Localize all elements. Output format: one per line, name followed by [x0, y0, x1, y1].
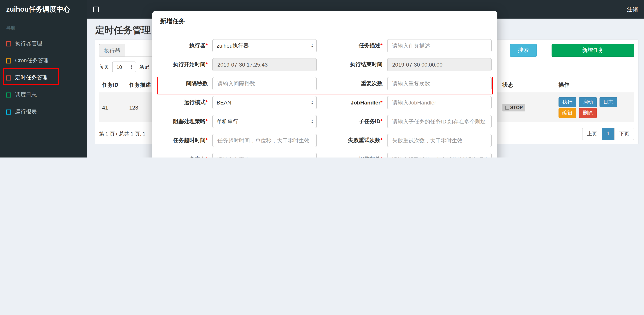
repeat-input[interactable] [387, 77, 492, 90]
jobhandler-input[interactable] [387, 96, 492, 109]
timeout-label: 任务超时时间* [158, 137, 212, 144]
task-desc-input[interactable] [387, 39, 492, 52]
pagination-summary: 第 1 页 ( 总共 1 页, 1 [99, 130, 146, 137]
end-time-input[interactable] [387, 58, 492, 71]
square-icon [505, 106, 509, 110]
interval-input[interactable] [212, 77, 317, 90]
owner-input[interactable] [212, 153, 317, 158]
owner-label: 负责人* [158, 156, 212, 158]
edit-button[interactable]: 编辑 [558, 108, 576, 118]
prev-page-button[interactable]: 上页 [582, 128, 602, 140]
square-icon [6, 75, 11, 80]
square-icon [6, 58, 11, 63]
sidebar-item-cron-task[interactable]: Cron任务管理 [0, 52, 87, 69]
next-page-button[interactable]: 下页 [614, 128, 634, 140]
toggle-square-icon [93, 7, 99, 12]
app-root: zuihou任务调度中心 注销 导航 执行器管理 Cron任务管理 定时任务管理… [0, 0, 644, 158]
status-badge: STOP [502, 104, 526, 111]
alarm-email-input[interactable] [387, 153, 492, 158]
interval-label: 间隔秒数 [158, 80, 212, 87]
sidebar-item-timed-task[interactable]: 定时任务管理 [0, 69, 87, 86]
sidebar: 导航 执行器管理 Cron任务管理 定时任务管理 调度日志 运行报表 [0, 19, 87, 158]
modal-body: 执行器* zuihou执行器 ▲▼ 任务描述* 执行开始时间* 执行结束时间 间… [152, 32, 498, 158]
executor-select-wrap: zuihou执行器 ▲▼ [212, 39, 317, 52]
col-header-status: 状态 [499, 78, 556, 93]
col-header-task-id: 任务ID [99, 78, 126, 93]
alarm-email-label: 报警邮件* [317, 156, 387, 158]
sidebar-header: 导航 [0, 19, 87, 35]
start-button[interactable]: 启动 [579, 97, 597, 107]
add-task-button[interactable]: 新增任务 [552, 44, 634, 57]
executor-filter-label: 执行器 [99, 44, 125, 57]
filter-buttons: 搜索 新增任务 [510, 44, 634, 57]
square-icon [6, 92, 11, 97]
retry-label: 失败重试次数* [317, 137, 387, 144]
log-button[interactable]: 日志 [600, 97, 617, 107]
run-mode-label: 运行模式* [158, 99, 212, 106]
delete-button[interactable]: 删除 [579, 108, 597, 118]
child-task-input[interactable] [387, 115, 492, 128]
square-icon [6, 109, 11, 114]
retry-input[interactable] [387, 134, 492, 147]
per-page-label: 每页 [99, 64, 109, 70]
form-row-timeout-retry: 任务超时时间* 失败重试次数* [158, 134, 492, 147]
sidebar-item-label: 定时任务管理 [15, 74, 48, 81]
executor-select[interactable]: zuihou执行器 [212, 39, 317, 52]
task-desc-label: 任务描述* [317, 42, 387, 49]
timeout-input[interactable] [212, 134, 317, 147]
pagination: 上页 1 下页 [582, 128, 634, 140]
form-row-block-child: 阻塞处理策略* 单机串行 ▲▼ 子任务ID* [158, 115, 492, 128]
sidebar-toggle[interactable] [93, 0, 99, 19]
search-button[interactable]: 搜索 [510, 44, 537, 57]
executor-label: 执行器* [158, 42, 212, 49]
form-row-executor-desc: 执行器* zuihou执行器 ▲▼ 任务描述* [158, 39, 492, 52]
per-page-select[interactable]: 10 [112, 62, 136, 72]
add-task-modal: 新增任务 执行器* zuihou执行器 ▲▼ 任务描述* 执行开始时间* 执行结… [152, 11, 498, 158]
sidebar-item-run-report[interactable]: 运行报表 [0, 103, 87, 120]
run-mode-select-wrap: BEAN ▲▼ [212, 96, 317, 109]
sidebar-item-label: 运行报表 [15, 108, 37, 115]
col-header-actions: 操作 [556, 78, 634, 93]
start-time-input[interactable] [212, 58, 317, 71]
sidebar-item-label: Cron任务管理 [15, 57, 48, 64]
jobhandler-label: JobHandler* [317, 99, 387, 106]
logout-link[interactable]: 注销 [627, 0, 638, 19]
end-time-label: 执行结束时间 [317, 61, 387, 68]
cell-actions: 执行 启动 日志 编辑 删除 [556, 93, 634, 122]
run-mode-select[interactable]: BEAN [212, 96, 317, 109]
sidebar-item-label: 执行器管理 [15, 40, 42, 47]
per-page-select-wrap: 10 ▲▼ [112, 62, 136, 72]
start-time-label: 执行开始时间* [158, 61, 212, 68]
per-page-suffix: 条记 [139, 64, 149, 70]
brand-title[interactable]: zuihou任务调度中心 [0, 0, 87, 19]
modal-title: 新增任务 [152, 11, 498, 32]
sidebar-item-label: 调度日志 [15, 91, 37, 98]
form-row-owner-email: 负责人* 报警邮件* [158, 153, 492, 158]
block-strategy-select-wrap: 单机串行 ▲▼ [212, 115, 317, 128]
sidebar-item-executor-manage[interactable]: 执行器管理 [0, 35, 87, 52]
child-task-label: 子任务ID* [317, 118, 387, 125]
page-1-button[interactable]: 1 [602, 128, 614, 140]
form-row-start-end-time: 执行开始时间* 执行结束时间 [158, 58, 492, 71]
cell-task-id: 41 [99, 93, 126, 122]
form-row-interval-repeat: 间隔秒数 重复次数 [158, 77, 492, 90]
form-row-mode-handler: 运行模式* BEAN ▲▼ JobHandler* [158, 96, 492, 109]
repeat-label: 重复次数 [317, 80, 387, 87]
square-icon [6, 41, 11, 46]
execute-button[interactable]: 执行 [558, 97, 576, 107]
cell-status: STOP [499, 93, 556, 122]
block-strategy-select[interactable]: 单机串行 [212, 115, 317, 128]
block-strategy-label: 阻塞处理策略* [158, 118, 212, 125]
sidebar-item-schedule-log[interactable]: 调度日志 [0, 86, 87, 103]
